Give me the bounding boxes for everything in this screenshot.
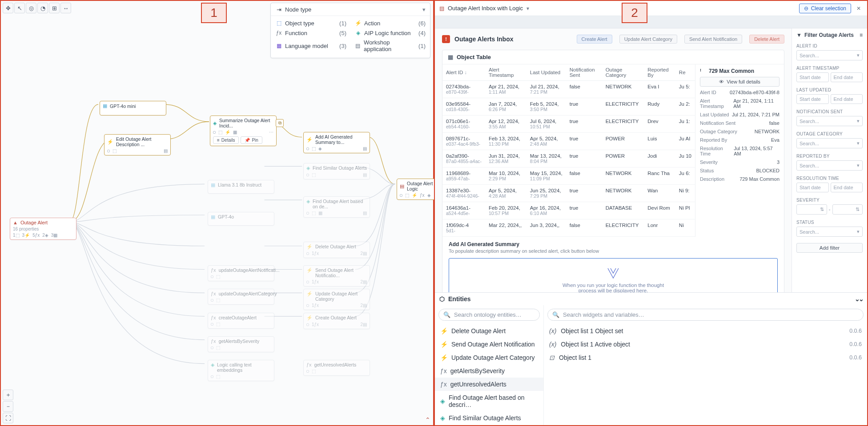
variable-item[interactable]: (x)Object list 1 Active object0.0.6 (544, 338, 867, 351)
filter-status[interactable]: Search...▾ (796, 227, 863, 237)
right-title: Outage Alert Inbox with Logic (448, 5, 523, 12)
variable-label: Object list 1 Active object (561, 341, 630, 348)
node-create-act[interactable]: ⚡Create Outage Alert1ƒx2▤ (303, 313, 370, 329)
entity-icon: ƒx (440, 381, 447, 388)
node-get-unresolved[interactable]: ƒxgetUnresolvedAlerts⬚ (303, 360, 370, 376)
table-row[interactable]: 03e95584-cd18-4305- Jan 7, 2024,6:26 PM … (442, 98, 695, 115)
close-icon[interactable]: ✕ (855, 4, 863, 12)
table-row[interactable]: 0897671c-e037-4ac4-9fb3- Feb 13, 2024,11… (442, 133, 695, 150)
object-table-title: Object Table (457, 54, 491, 60)
entities-icon (439, 295, 445, 303)
detail-kv: Resolution TimeJul 13, 2024, 5:57 AM (700, 146, 780, 156)
column-header[interactable]: Notification Sent (566, 64, 602, 81)
node-send-notify[interactable]: ⚡Send Outage Alert Notificatio...1ƒx2▤ (303, 265, 370, 287)
entity-icon: ◈ (440, 398, 445, 405)
node-get-severity[interactable]: ƒxgetAlertsBySeverity⬚ (208, 336, 274, 352)
widgets-search[interactable]: 🔍Search widgets and variables… (547, 309, 864, 321)
filter-panel: ▼Filter Outage Alerts≡ ALERT ID Search..… (792, 28, 867, 292)
send-notification-button[interactable]: Send Alert Notification (684, 35, 742, 44)
filter-reported[interactable]: Search...▾ (796, 160, 863, 171)
entity-item[interactable]: ƒxgetUnresolvedAlerts (435, 378, 543, 391)
aip-logo-icon (606, 267, 621, 279)
node-outage-alert[interactable]: ▲Outage Alert 16 properties 1⬚3⚡5ƒx2◈3▦ (10, 218, 76, 240)
add-filter-button[interactable]: Add filter (796, 243, 863, 253)
node-logic-emb[interactable]: ◈Logic calling text embeddings⬚ (208, 360, 274, 381)
entity-label: Find Similar Outage Alerts (449, 414, 521, 422)
node-edit-description[interactable]: ⚡Edit Outage Alert Description ... ⬚▤ (104, 134, 171, 155)
variable-item[interactable]: (x)Object list 1 Object set0.0.6 (544, 324, 867, 338)
node-find-similar[interactable]: ◈Find Similar Outage Alerts⬚▤ (303, 163, 370, 179)
filter-cat[interactable]: Search...▾ (796, 138, 863, 148)
detail-kv: Alert TimestampApr 21, 2024, 1:11 AM (700, 98, 780, 109)
warn-icon: ! (442, 35, 450, 43)
search-icon: 🔍 (552, 311, 559, 318)
filter-notif[interactable]: Search...▾ (796, 116, 863, 126)
column-header[interactable]: Alert Timestamp (485, 64, 526, 81)
column-header[interactable]: Outage Category (602, 64, 644, 81)
node-update-cat-act[interactable]: ⚡Update Outage Alert Category1ƒx2▤ (303, 289, 370, 310)
table-row[interactable]: 1f069dc-45d1- Mar 22, 2024,, Jun 3, 2024… (442, 219, 695, 237)
table-row[interactable]: 13387e30-474f-4f44-9246- Apr 5, 2024,4:2… (442, 185, 695, 202)
entity-item[interactable]: ⚡Send Outage Alert Notification (435, 338, 543, 351)
variable-version: 0.0.6 (849, 328, 862, 334)
clear-icon: ⊖ (804, 5, 808, 12)
collapse-entities-icon[interactable]: ⌄⌄ (855, 295, 863, 303)
node-summarize[interactable]: ◈Summarize Outage Alert Incid... ⬚⚡▦⋯ ≡ … (210, 115, 277, 146)
node-llama[interactable]: ▦Llama 3.1 8b Instruct (208, 180, 274, 194)
ontology-search[interactable]: 🔍Search ontology entities… (438, 309, 540, 321)
node-find-on-desc[interactable]: ◈Find Outage Alert based on de...⬚▦▤ (303, 196, 370, 218)
table-row[interactable]: 0a2af390-87a0-4855-a4ac- Jun 31, 2024,12… (442, 150, 695, 167)
ai-thought-box: When you run your logic function the tho… (449, 258, 778, 292)
filter-res-start[interactable]: Start date (796, 183, 829, 192)
entity-icon: ◈ (440, 414, 445, 422)
view-details-button[interactable]: 👁View full details (700, 77, 780, 87)
filter-sev-min[interactable]: ⇅ (796, 204, 827, 215)
delete-alert-button[interactable]: Delete Alert (749, 35, 784, 44)
node-badge-icon[interactable]: ⧉ (276, 119, 284, 127)
table-row[interactable]: 11968689-a959-47ab- Mar 10, 2024,2:29 PM… (442, 167, 695, 185)
entity-item[interactable]: ◈Find Similar Outage Alerts (435, 411, 543, 425)
entity-item[interactable]: ⚡Delete Outage Alert (435, 324, 543, 338)
filter-menu-icon[interactable]: ≡ (860, 32, 863, 38)
entity-item[interactable]: ⚡Update Outage Alert Category (435, 351, 543, 364)
node-update-cat-fn[interactable]: ƒxupdateOutageAlertCategory⬚ (208, 289, 274, 305)
filter-alert-id[interactable]: Search...▾ (796, 50, 863, 60)
update-category-button[interactable]: Update Alert Category (619, 35, 677, 44)
column-header[interactable]: Alert ID ↓ (442, 64, 485, 81)
table-row[interactable]: 071c06e1-eb54-4160- Apr 12, 2024,3:55 AM… (442, 115, 695, 133)
filter-ts-start[interactable]: Start date (796, 72, 829, 82)
column-header[interactable]: Last Updated (526, 64, 566, 81)
table-row[interactable]: 02743bda-e870-439f- Apr 21, 2024,1:11 AM… (442, 81, 695, 98)
detail-title: 729 Max Common (709, 68, 754, 74)
entity-item[interactable]: ◈Summarize Outage Alert Incident (435, 425, 543, 425)
detail-kv: Reported ByEva (700, 137, 780, 143)
entity-icon: ƒx (440, 367, 447, 374)
create-alert-button[interactable]: Create Alert (577, 35, 612, 44)
filter-lu-start[interactable]: Start date (796, 94, 829, 104)
column-header[interactable]: Reported By (644, 64, 675, 81)
detail-kv: Notification Sentfalse (700, 120, 780, 126)
entity-item[interactable]: ƒxgetAlertsBySeverity (435, 364, 543, 378)
node-create-fn[interactable]: ƒxcreateOutageAlert⬚ (208, 313, 274, 329)
variable-label: Object list 1 Object set (561, 327, 623, 334)
filter-ts-end[interactable]: End date (831, 72, 863, 82)
detail-kv: Outage CategoryNETWORK (700, 129, 780, 134)
filter-res-end[interactable]: End date (831, 183, 863, 192)
table-row[interactable]: 164636a1-a524-4d5e- Feb 20, 2024,10:57 P… (442, 202, 695, 219)
node-delete[interactable]: ⚡Delete Outage Alert1ƒx2▤ (303, 242, 370, 258)
entity-item[interactable]: ◈Find Outage Alert based on descri… (435, 391, 543, 411)
details-button[interactable]: ≡ Details (213, 136, 239, 144)
node-update-notify-fn[interactable]: ƒxupdateOutageAlertNotificati...⬚ (208, 265, 274, 281)
variable-icon: (x) (549, 327, 556, 334)
clear-selection-button[interactable]: ⊖ Clear selection (799, 4, 851, 13)
node-gpt4o[interactable]: ▦GPT-4o (208, 212, 274, 226)
filter-sev-max[interactable]: ⇅ (832, 204, 863, 215)
variable-item[interactable]: ⊡Object list 10.0.6 (544, 351, 867, 364)
collapse-icon[interactable]: ⌃ (425, 416, 430, 423)
title-chevron-icon[interactable]: ▾ (526, 5, 529, 12)
pin-button[interactable]: 📌 Pin (241, 136, 262, 144)
node-add-summary[interactable]: ⚡Add AI Generated Summary to... ⬚◈▤ (303, 132, 370, 153)
filter-lu-end[interactable]: End date (831, 94, 863, 104)
column-header[interactable]: Re (675, 64, 695, 81)
node-gpt4o-mini[interactable]: ▦GPT-4o mini (100, 101, 166, 115)
